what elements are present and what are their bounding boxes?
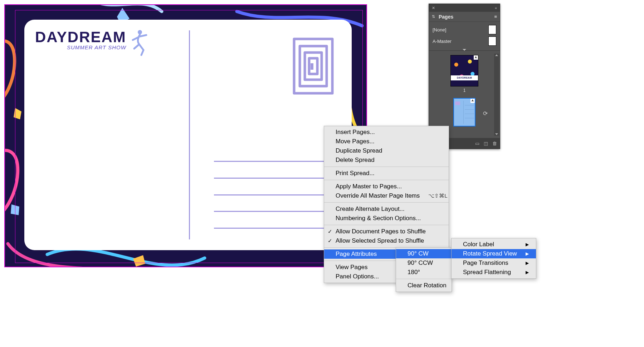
panel-header: ⇅ Pages ≡	[429, 12, 500, 22]
master-badge: A	[470, 99, 475, 103]
menu-item-create-alternate-layout[interactable]: Create Alternate Layout...	[324, 204, 449, 214]
menu-item-label: Color Label	[463, 241, 494, 248]
pages-section[interactable]: A DAYDREAM 1 A ⟳	[429, 52, 500, 138]
menu-item-label: View Pages	[336, 264, 367, 271]
master-thumb[interactable]	[488, 25, 496, 34]
scrollbar[interactable]	[494, 54, 499, 136]
master-label: A-Master	[433, 39, 452, 44]
logo-tagline: SUMMER ART SHOW	[67, 44, 126, 50]
expand-toggle-icon[interactable]: ⇅	[432, 14, 435, 19]
menu-item-label: Create Alternate Layout...	[336, 205, 405, 213]
submenu-rotate-spread[interactable]: 90° CW90° CCW180°Clear Rotation	[396, 247, 452, 292]
master-thumb[interactable]	[488, 36, 496, 46]
postcard-divider	[189, 30, 190, 239]
submenu-arrow-icon: ▶	[526, 270, 529, 275]
section-divider	[429, 50, 500, 51]
menu-item-label: Spread Flattening	[463, 269, 511, 276]
panel-tabbar[interactable]: ✕ «	[429, 4, 500, 12]
menu-item-allow-document-pages-to-shuffle[interactable]: Allow Document Pages to Shuffle	[324, 227, 449, 236]
master-row-none[interactable]: [None]	[433, 24, 496, 35]
menu-item-rotate-spread-view[interactable]: Rotate Spread View▶	[452, 249, 536, 258]
menu-item-print-spread[interactable]: Print Spread...	[324, 169, 449, 178]
menu-item-label: Print Spread...	[336, 170, 375, 177]
page-thumb-2[interactable]: A	[453, 98, 475, 127]
menu-item-label: Panel Options...	[336, 273, 379, 280]
menu-item-label: Allow Document Pages to Shuffle	[336, 228, 426, 235]
master-label: [None]	[433, 27, 446, 33]
menu-item-spread-flattening[interactable]: Spread Flattening▶	[452, 268, 536, 277]
layout-icon[interactable]: ▭	[475, 141, 479, 146]
menu-item-duplicate-spread[interactable]: Duplicate Spread	[324, 146, 449, 155]
submenu-page-attributes[interactable]: Color Label▶Rotate Spread View▶Page Tran…	[451, 238, 536, 279]
menu-separator	[324, 225, 449, 225]
menu-item-color-label[interactable]: Color Label▶	[452, 240, 536, 249]
page-number-label: 1	[429, 88, 500, 93]
logo-wordmark: DAYDREAM	[35, 29, 126, 46]
logo-figure-icon	[129, 29, 151, 56]
menu-separator	[324, 167, 449, 167]
menu-item-label: Apply Master to Pages...	[336, 183, 402, 190]
menu-item-label: Rotate Spread View	[463, 250, 517, 257]
menu-item-label: 180°	[408, 269, 420, 276]
masters-section[interactable]: [None] A-Master	[429, 22, 500, 49]
panel-menu-icon[interactable]: ≡	[494, 14, 497, 19]
menu-item-label: Page Attributes	[336, 251, 377, 258]
menu-item-shortcut: ⌥⇧⌘L	[428, 193, 447, 199]
menu-item-label: Move Pages...	[336, 138, 375, 145]
menu-item-label: Numbering & Section Options...	[336, 215, 421, 222]
menu-item-180[interactable]: 180°	[396, 268, 452, 277]
postcard-back[interactable]: DAYDREAM SUMMER ART SHOW	[24, 20, 352, 250]
master-badge: A	[474, 55, 478, 60]
submenu-arrow-icon: ▶	[526, 242, 529, 247]
logo: DAYDREAM SUMMER ART SHOW	[35, 29, 151, 56]
menu-item-label: 90° CCW	[408, 259, 433, 267]
menu-item-label: Delete Spread	[336, 157, 375, 164]
menu-item-numbering-section-options[interactable]: Numbering & Section Options...	[324, 214, 449, 223]
menu-separator	[324, 180, 449, 180]
menu-item-label: Override All Master Page Items	[336, 192, 420, 199]
collapse-icon[interactable]: «	[495, 6, 497, 10]
menu-item-label: 90° CW	[408, 250, 429, 257]
stamp-placeholder-icon	[293, 38, 334, 95]
panel-title: Pages	[439, 14, 453, 20]
document-canvas[interactable]: DAYDREAM SUMMER ART SHOW	[0, 0, 371, 272]
close-icon[interactable]: ✕	[432, 6, 435, 10]
menu-item-allow-selected-spread-to-shuffle[interactable]: Allow Selected Spread to Shuffle	[324, 236, 449, 246]
menu-item-move-pages[interactable]: Move Pages...	[324, 137, 449, 146]
page-thumb-1[interactable]: A DAYDREAM	[450, 55, 478, 86]
menu-item-label: Clear Rotation	[408, 282, 447, 289]
menu-item-delete-spread[interactable]: Delete Spread	[324, 155, 449, 165]
master-row-a[interactable]: A-Master	[433, 35, 496, 47]
menu-item-insert-pages[interactable]: Insert Pages...	[324, 128, 449, 137]
trash-icon[interactable]: 🗑	[492, 141, 497, 146]
menu-item-90-cw[interactable]: 90° CW	[396, 249, 452, 258]
menu-item-clear-rotation[interactable]: Clear Rotation	[396, 281, 452, 290]
menu-item-page-transitions[interactable]: Page Transitions▶	[452, 258, 536, 268]
submenu-arrow-icon: ▶	[526, 261, 529, 266]
thumb-strip: DAYDREAM	[451, 75, 478, 80]
submenu-arrow-icon: ▶	[526, 251, 529, 256]
menu-item-90-ccw[interactable]: 90° CCW	[396, 258, 452, 268]
menu-item-override-all-master-page-items[interactable]: Override All Master Page Items⌥⇧⌘L	[324, 191, 449, 200]
menu-item-label: Page Transitions	[463, 259, 508, 267]
new-page-icon[interactable]: ◫	[484, 141, 488, 146]
menu-item-label: Allow Selected Spread to Shuffle	[336, 237, 424, 244]
menu-item-label: Insert Pages...	[336, 129, 375, 136]
menu-item-apply-master-to-pages[interactable]: Apply Master to Pages...	[324, 182, 449, 191]
rotate-indicator-icon: ⟳	[483, 110, 488, 117]
menu-separator	[396, 279, 452, 279]
menu-separator	[324, 202, 449, 203]
menu-item-label: Duplicate Spread	[336, 147, 382, 154]
